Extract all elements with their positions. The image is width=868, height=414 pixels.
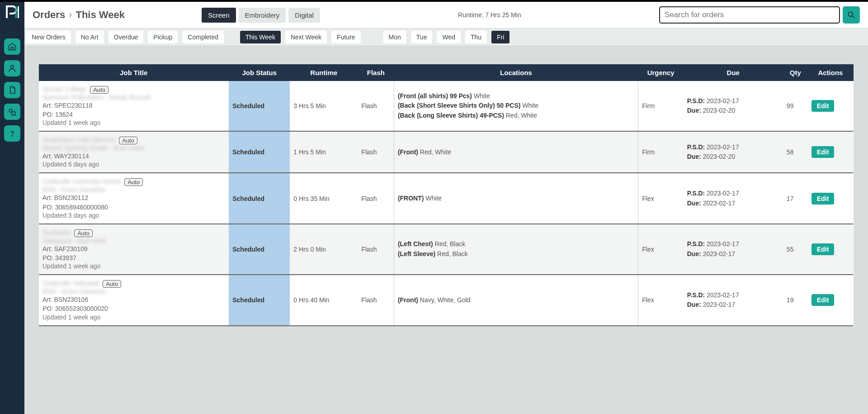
- breadcrumb-root[interactable]: Orders: [33, 9, 65, 21]
- flash-cell: Flash: [358, 224, 394, 275]
- edit-button[interactable]: Edit: [811, 294, 834, 306]
- week-filter[interactable]: Next Week: [285, 31, 327, 43]
- edit-button[interactable]: Edit: [811, 100, 834, 112]
- edit-button[interactable]: Edit: [811, 243, 834, 255]
- qty-cell: 17: [783, 173, 808, 224]
- column-header: Due: [684, 64, 783, 81]
- edit-button[interactable]: Edit: [811, 193, 834, 205]
- job-subtitle-text: Wayne Sporting Goods - Brad Lewis: [42, 144, 223, 152]
- table-row: Southpaw AutoSafeguard - Matt HookArt: S…: [39, 224, 853, 275]
- status-filter[interactable]: No Art: [75, 31, 104, 43]
- column-header: Qty: [783, 64, 808, 81]
- runtime-cell: 0 Hrs 40 Min: [290, 275, 358, 325]
- main: Orders › This Week ScreenEmbroideryDigit…: [24, 2, 868, 414]
- locations-cell: (Front (all shirts) 99 Pcs) White(Back (…: [394, 81, 638, 131]
- content: Job TitleJob StatusRuntimeFlashLocations…: [24, 46, 868, 414]
- svg-point-6: [848, 12, 853, 16]
- actions-cell: Edit: [808, 275, 853, 325]
- week-filter[interactable]: Future: [331, 31, 360, 43]
- actions-cell: Edit: [808, 81, 853, 131]
- actions-cell: Edit: [808, 131, 853, 173]
- column-header: Job Status: [229, 64, 290, 81]
- due-cell: P.S.D: 2023-02-17Due: 2023-02-20: [684, 131, 783, 173]
- qty-cell: 55: [783, 224, 808, 275]
- status-filter[interactable]: New Orders: [26, 31, 71, 43]
- column-header: Runtime: [290, 64, 358, 81]
- auto-badge: Auto: [74, 229, 93, 237]
- status-filter[interactable]: Completed: [182, 31, 224, 43]
- home-icon[interactable]: [4, 38, 20, 55]
- job-status-cell: Scheduled: [229, 173, 290, 224]
- job-updated-line: Updated 3 days ago: [42, 212, 225, 219]
- week-filters: This WeekNext WeekFuture: [240, 31, 361, 43]
- job-meta-line: Art: BSN230112: [42, 193, 225, 202]
- search-input[interactable]: [659, 6, 840, 24]
- job-status-cell: Scheduled: [229, 131, 290, 173]
- due-cell: P.S.D: 2023-02-17Due: 2023-02-17: [684, 275, 783, 325]
- job-title-text: Studebaker Little Warriors: [42, 136, 115, 143]
- column-header: Actions: [808, 64, 853, 81]
- due-cell: P.S.D: 2023-02-17Due: 2023-02-20: [684, 81, 783, 131]
- day-filter[interactable]: Wed: [437, 31, 461, 43]
- table-row: Sinclair College AutoSpectrum Embroidery…: [39, 81, 853, 131]
- day-filter[interactable]: Tue: [411, 31, 433, 43]
- job-subtitle-text: Safeguard - Matt Hook: [42, 237, 223, 244]
- orders-table: Job TitleJob StatusRuntimeFlashLocations…: [39, 64, 854, 326]
- urgency-cell: Flex: [638, 224, 684, 275]
- locations-cell: (Front) Red, White: [394, 131, 638, 173]
- job-meta-line: Art: SPEC230118: [42, 101, 225, 110]
- svg-rect-0: [15, 6, 17, 18]
- urgency-cell: Firm: [638, 81, 684, 131]
- day-filter[interactable]: Fri: [491, 31, 509, 43]
- type-tab-embroidery[interactable]: Embroidery: [239, 8, 286, 23]
- auto-badge: Auto: [119, 137, 137, 144]
- job-meta-line: Art: BSN230106: [42, 295, 225, 304]
- due-cell: P.S.D: 2023-02-17Due: 2023-02-17: [684, 173, 783, 224]
- flash-cell: Flash: [358, 81, 394, 131]
- runtime-cell: 0 Hrs 35 Min: [290, 173, 358, 224]
- column-header: Locations: [394, 64, 638, 81]
- runtime-cell: 2 Hrs 0 Min: [290, 224, 358, 275]
- svg-point-2: [11, 65, 14, 68]
- flash-cell: Flash: [358, 173, 394, 224]
- shape-icon[interactable]: [4, 104, 20, 120]
- search-button[interactable]: [843, 6, 860, 24]
- status-filter[interactable]: Overdue: [108, 31, 144, 43]
- qty-cell: 58: [783, 131, 808, 173]
- filters: New OrdersNo ArtOverduePickupCompleted T…: [24, 28, 868, 46]
- job-title-text: Sinclair College: [42, 86, 86, 93]
- job-meta-line: PO: 13624: [42, 110, 225, 119]
- job-updated-line: Updated 6 days ago: [42, 161, 225, 168]
- day-filter[interactable]: Thu: [465, 31, 487, 43]
- edit-button[interactable]: Edit: [811, 146, 834, 158]
- logo: [5, 5, 19, 20]
- auto-badge: Auto: [124, 178, 143, 186]
- urgency-cell: Firm: [638, 131, 684, 173]
- week-filter[interactable]: This Week: [240, 31, 281, 43]
- runtime-cell: 3 Hrs 5 Min: [290, 81, 358, 131]
- type-tab-screen[interactable]: Screen: [202, 8, 236, 23]
- job-meta-line: Art: SAF230109: [42, 244, 225, 253]
- table-row: Studebaker Little Warriors AutoWayne Spo…: [39, 131, 853, 173]
- actions-cell: Edit: [808, 224, 853, 275]
- auto-badge: Auto: [103, 280, 121, 288]
- user-icon[interactable]: [4, 60, 20, 76]
- job-title-text: Cedarville Volleyball: [42, 280, 99, 287]
- job-meta-line: Art: WAY230114: [42, 152, 225, 161]
- status-filter[interactable]: Pickup: [148, 31, 178, 43]
- help-icon[interactable]: [4, 125, 20, 142]
- table-row: Cedarville University Hornet AutoBSN - G…: [39, 173, 853, 224]
- job-title-text: Southpaw: [42, 229, 71, 236]
- qty-cell: 19: [783, 275, 808, 325]
- type-tab-digital[interactable]: Digital: [288, 8, 320, 23]
- column-header: Flash: [358, 64, 394, 81]
- runtime-label: Runtime: 7 Hrs 25 Min: [326, 11, 653, 19]
- job-title-text: Cedarville University Hornet: [42, 178, 121, 185]
- day-filter[interactable]: Mon: [383, 31, 406, 43]
- status-filters: New OrdersNo ArtOverduePickupCompleted: [26, 31, 224, 43]
- job-updated-line: Updated 1 week ago: [42, 119, 225, 126]
- job-subtitle-text: BSN - Grant Zawadzki: [42, 288, 223, 295]
- urgency-cell: Flex: [638, 275, 684, 325]
- document-icon[interactable]: [4, 82, 20, 98]
- job-subtitle-text: Spectrum Embroidery - Randy Russell: [42, 94, 223, 101]
